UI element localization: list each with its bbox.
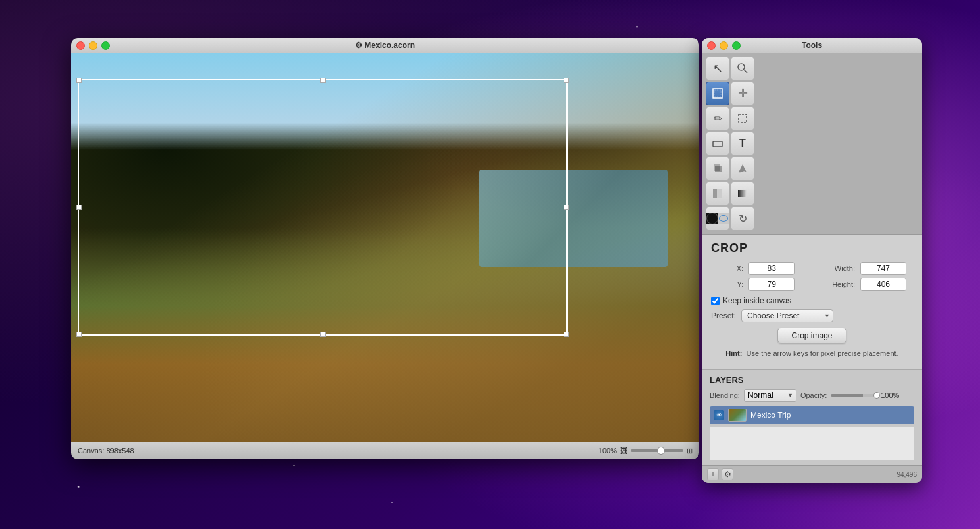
tools-close-button[interactable]	[707, 41, 716, 50]
layers-section: LAYERS Blending: Normal Multiply Screen …	[702, 369, 922, 465]
zoom-level: 100%	[599, 447, 617, 455]
height-label: Height:	[806, 280, 855, 288]
selection-tool[interactable]	[731, 107, 754, 130]
layer-visibility-toggle[interactable]: 👁	[714, 410, 724, 420]
main-window-title: ⚙ Mexico.acorn	[355, 41, 415, 50]
text-tool[interactable]: T	[731, 132, 754, 155]
svg-point-0	[738, 64, 745, 70]
opacity-thumb[interactable]	[873, 392, 880, 399]
opacity-value: 100%	[881, 391, 899, 399]
crop-panel: CROP X: Width: Y: Height: Keep inside ca…	[702, 235, 922, 369]
width-label: Width:	[806, 264, 855, 272]
color-tool[interactable]	[706, 207, 729, 230]
blending-select[interactable]: Normal Multiply Screen Overlay	[744, 389, 796, 402]
gradient-tool[interactable]	[731, 182, 754, 205]
tools-minimize-button[interactable]	[720, 41, 728, 50]
keep-inside-checkbox[interactable]	[711, 297, 720, 305]
svg-rect-10	[738, 190, 747, 197]
zoom-icon: 🖼	[620, 447, 627, 455]
maximize-button[interactable]	[101, 41, 110, 50]
layers-title: LAYERS	[710, 375, 914, 385]
blending-label: Blending:	[710, 391, 740, 399]
y-input[interactable]	[748, 278, 795, 291]
canvas-area[interactable]	[71, 53, 699, 442]
preset-label: Preset:	[711, 311, 736, 320]
preset-row: Preset: Choose Preset ▼	[711, 309, 913, 322]
tools-maximize-button[interactable]	[732, 41, 741, 50]
svg-rect-3	[714, 90, 721, 97]
close-button[interactable]	[76, 41, 85, 50]
layer-thumbnail	[728, 409, 747, 422]
layer-coordinates: 94,496	[896, 471, 917, 478]
zoom-thumb[interactable]	[657, 447, 665, 455]
hint-text: Use the arrow keys for pixel precise pla…	[747, 349, 898, 357]
main-window: ⚙ Mexico.acorn Canvas: 898x548 100%	[71, 38, 699, 459]
width-input[interactable]	[860, 262, 906, 275]
zoom-slider[interactable]	[631, 449, 683, 452]
arrow-tool[interactable]: ↖	[706, 57, 729, 80]
tool-icons-section: ↖ ✛ ✏ T	[702, 53, 922, 235]
minimize-button[interactable]	[89, 41, 97, 50]
keep-inside-row: Keep inside canvas	[711, 296, 913, 305]
keep-inside-label[interactable]: Keep inside canvas	[723, 296, 791, 305]
crop-title: CROP	[711, 241, 913, 255]
brush-tool[interactable]: ✏	[706, 107, 729, 130]
svg-rect-5	[713, 141, 722, 147]
x-label: X:	[711, 264, 743, 272]
canvas-background	[71, 53, 699, 442]
svg-line-1	[744, 70, 747, 73]
bevel-tool[interactable]	[706, 182, 729, 205]
crop-image-button[interactable]: Crop image	[777, 328, 846, 343]
zoom-controls: 100% 🖼 ⊞	[599, 447, 693, 455]
add-layer-button[interactable]: +	[707, 468, 719, 480]
crop-tool[interactable]	[706, 82, 729, 105]
erase-tool[interactable]	[706, 132, 729, 155]
fullscreen-icon[interactable]: ⊞	[687, 447, 693, 455]
layers-footer: + ⚙ 94,496	[702, 465, 922, 483]
eye-icon: 👁	[716, 412, 722, 418]
layer-settings-button[interactable]: ⚙	[722, 468, 733, 480]
x-input[interactable]	[748, 262, 795, 275]
preset-select[interactable]: Choose Preset	[741, 309, 833, 322]
svg-rect-7	[715, 166, 722, 172]
blending-row: Blending: Normal Multiply Screen Overlay…	[710, 389, 914, 402]
status-bar: Canvas: 898x548 100% 🖼 ⊞	[71, 442, 699, 459]
y-label: Y:	[711, 280, 743, 288]
svg-rect-9	[717, 189, 722, 198]
layer-name: Mexico Trip	[750, 411, 910, 420]
canvas-size: Canvas: 898x548	[78, 447, 134, 455]
tools-panel: Tools ↖ ✛ ✏	[702, 38, 922, 483]
opacity-label: Opacity:	[800, 391, 827, 399]
crop-fields: X: Width: Y: Height:	[711, 262, 913, 291]
zoom-tool[interactable]	[731, 57, 754, 80]
layer-row[interactable]: 👁 Mexico Trip	[710, 406, 914, 424]
svg-rect-4	[739, 114, 747, 122]
fill-tool[interactable]	[731, 157, 754, 180]
opacity-slider[interactable]	[831, 394, 877, 397]
layer-empty-area	[710, 427, 914, 460]
tool-grid: ↖ ✛ ✏ T	[706, 57, 918, 230]
photo-ocean	[479, 170, 668, 267]
hint-prefix: Hint:	[725, 349, 742, 357]
tools-panel-title: Tools	[802, 41, 822, 50]
settings-icon: ⚙	[724, 470, 731, 479]
shadow-tool[interactable]	[706, 157, 729, 180]
main-window-titlebar: ⚙ Mexico.acorn	[71, 38, 699, 53]
hint-row: Hint: Use the arrow keys for pixel preci…	[711, 349, 913, 359]
rotate-tool[interactable]: ↻	[731, 207, 754, 230]
height-input[interactable]	[860, 278, 906, 291]
blending-wrapper: Normal Multiply Screen Overlay ▼	[744, 389, 796, 402]
move-tool[interactable]: ✛	[731, 82, 754, 105]
tools-titlebar: Tools	[702, 38, 922, 53]
preset-wrapper: Choose Preset ▼	[741, 309, 833, 322]
